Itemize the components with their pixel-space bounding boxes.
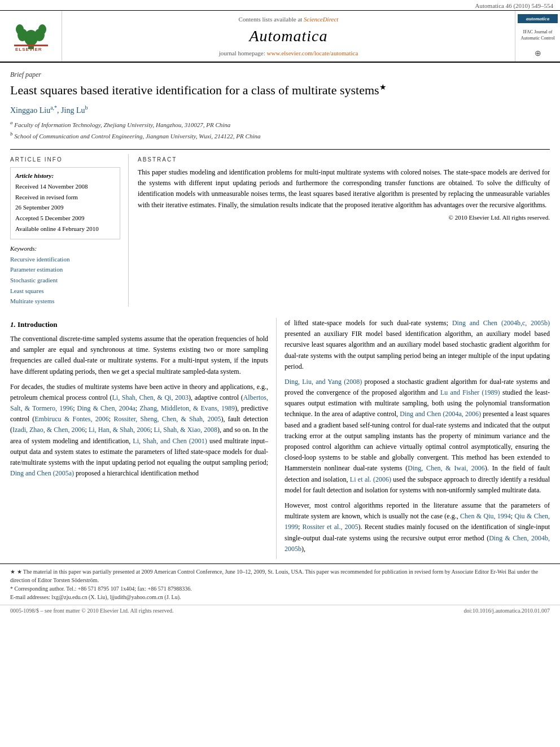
svg-rect-6 [14,45,48,46]
article-dates: Received 14 November 2008 Received in re… [15,181,115,234]
automatica-logo-img: automatica [518,14,558,23]
and-word: and [428,388,438,396]
email1: lxg@zju.edu.cn (X. Liu), [51,594,108,600]
footnote-corr: * Corresponding author. Tel.: +86 571 87… [10,584,550,593]
intro-para-4: Ding, Liu, and Yang (2008) proposed a st… [285,377,550,496]
ref-izadi: Izadi, Zhao, & Chen, 2006 [12,426,85,434]
footnote-star-symbol: ★ [10,569,17,575]
authors-line: Xinggao Liua,*, Jing Lub [10,104,550,115]
footnote-star-text: ★ The material in this paper was partial… [10,569,538,583]
contents-text: Contents lists available at [239,16,303,23]
ref-rossiter2005: Rossiter et al., 2005 [302,523,358,531]
intro-title: Introduction [18,320,58,329]
intro-para-3: of lifted state-space models for such du… [285,318,550,372]
ref-embirucu: Embirucu & Fontes, 2006 [34,415,109,423]
issn-text: 0005-1098/$ – see front matter © 2010 El… [10,608,173,614]
automatica-small-text: IFAC Journal ofAutomatic Control [520,29,554,41]
ref-rossiter: Rossiter, Sheng, Chen, & Shah, 2005 [113,415,221,423]
article-info-heading: ARTICLE INFO [10,156,120,163]
affil-b-text: School of Communication and Control Engi… [14,132,260,139]
email-label: E-mail addresses: [10,594,50,600]
ref-lufisher: Lu and Fisher (1989) [440,388,500,396]
svg-point-5 [38,24,46,34]
journal-center: Contents lists available at ScienceDirec… [62,11,515,62]
revised-label: Received in revised form [15,194,78,200]
science-direct-line: Contents lists available at ScienceDirec… [239,16,339,23]
copyright-line: © 2010 Elsevier Ltd. All rights reserved… [138,214,550,221]
article-info-col: ARTICLE INFO Article history: Received 1… [10,154,129,307]
ref-lishahchen2001: Li, Shah, and Chen (2001) [133,437,207,445]
received-date: Received 14 November 2008 [15,183,88,190]
keyword-recursive: Recursive identification [10,254,120,265]
footnote-corr-text: * Corresponding author. Tel.: +86 571 87… [10,586,192,592]
bottom-bar: 0005-1098/$ – see front matter © 2010 El… [0,605,560,616]
paper-type-label: Brief paper [10,71,550,79]
divider-after-affiliations [10,149,550,150]
citation-text: Automatica 46 (2010) 549–554 [475,2,553,9]
intro-para-2: For decades, the studies of multirate sy… [10,382,268,479]
ref-lihan: Li, Han, & Shah, 2006 [89,426,150,434]
email2: ljjudith@yahoo.com.cn (J. Lu). [110,594,181,600]
keyword-multirate: Multirate systems [10,296,120,307]
automatica-logo-text: automatica [526,16,550,21]
abstract-heading: ABSTRACT [138,156,550,163]
body-right-col: of lifted state-space models for such du… [277,318,550,559]
history-label: Article history: [15,172,115,179]
ref-ding2004bc: Ding and Chen (2004b,c, 2005b) [452,319,550,327]
affil-b-letter: b [10,131,13,137]
author-jing: , Jing Lu [57,106,85,115]
elsevier-tree-icon: ELSEVIER [11,21,51,52]
journal-homepage-line: journal homepage: www.elsevier.com/locat… [219,50,358,56]
article-info-abstract-cols: ARTICLE INFO Article history: Received 1… [10,154,550,307]
footnote-star-note: ★ ★ The material in this paper was parti… [10,567,550,584]
ref-lishahxiao: Li, Shah, & Xiao, 2008 [154,426,218,434]
abstract-col: ABSTRACT This paper studies modeling and… [129,154,550,307]
keywords-label: Keywords: [10,245,120,252]
doi-text: doi:10.1016/j.automatica.2010.01.007 [464,608,550,614]
intro-heading: 1. Introduction [10,320,268,329]
keyword-leastsq: Least squares [10,286,120,296]
affiliations: a Faculty of Information Technology, Zhe… [10,119,550,142]
keyword-parameter: Parameter estimation [10,264,120,275]
ref-li2003: Li, Shah, Chen, & Qi, 2003 [112,394,189,401]
citation-line: Automatica 46 (2010) 549–554 [0,0,560,11]
homepage-label: journal homepage: [219,50,265,56]
article-info-box: Article history: Received 14 November 20… [10,167,120,239]
paper-title-text: Least squares based iterative identifica… [10,83,379,97]
ref-dingcheniwai: Ding, Chen, & Iwai, 2006 [408,464,485,472]
homepage-url[interactable]: www.elsevier.com/locate/automatica [267,50,358,56]
ref-zhang: Zhang, Middleton, & Evans, 1989 [139,404,235,412]
intro-para-5: However, most control algorithms reporte… [285,500,550,554]
available-date: Available online 4 February 2010 [15,225,99,232]
ref-dingchen2004b2005b: Ding & Chen, 2004b, 2005b [285,534,550,553]
intro-number: 1. [10,320,16,329]
ref-lietal2006: Li et al. (2006) [350,475,391,483]
page: Automatica 46 (2010) 549–554 ELSEVIER Co… [0,0,560,747]
main-content: Brief paper Least squares based iterativ… [0,63,560,312]
ref-ding2005a: Ding and Chen (2005a) [10,469,74,477]
automatica-bottom-icon: ⊕ [535,49,541,58]
footnote-email: E-mail addresses: lxg@zju.edu.cn (X. Liu… [10,593,550,601]
automatica-logo-box: automatica IFAC Journal ofAutomatic Cont… [515,11,560,62]
body-left-col: 1. Introduction The conventional discret… [10,318,277,559]
abstract-text: This paper studies modeling and identifi… [138,167,550,211]
title-star: ★ [379,83,387,91]
keywords-section: Keywords: Recursive identification Param… [10,245,120,307]
affil-a-text: Faculty of Information Technology, Zheji… [14,121,230,128]
accepted-date: Accepted 5 December 2009 [15,215,84,221]
journal-header: ELSEVIER Contents lists available at Sci… [0,11,560,63]
affil-a-letter: a [10,120,13,125]
paper-title: Least squares based iterative identifica… [10,82,550,99]
ref-ding2004a2006: Ding and Chen (2004a, 2006) [400,410,481,418]
svg-point-4 [16,24,24,34]
body-content: 1. Introduction The conventional discret… [0,318,560,559]
science-direct-link[interactable]: ScienceDirect [304,16,338,23]
revised-date: 26 September 2009 [15,204,64,211]
footnote-area: ★ ★ The material in this paper was parti… [0,563,560,601]
ref-ding2004a: Ding & Chen, 2004a [77,404,135,412]
ref-chenqiu1994: Chen & Qiu, 1994 [460,512,511,520]
author-sup-b: b [85,104,88,111]
author-xinggao: Xinggao Liu [10,106,50,115]
journal-title-display: Automatica [249,27,327,45]
keyword-stochastic: Stochastic gradient [10,275,120,286]
